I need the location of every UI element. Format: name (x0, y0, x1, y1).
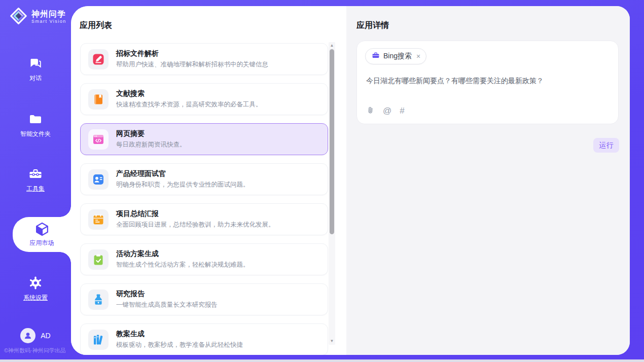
paperclip-icon (366, 106, 375, 117)
app-icon-badge (88, 289, 109, 310)
app-card[interactable]: 文献搜索 快速精准查找学术资源，提高研究效率的必备工具。 (80, 83, 328, 115)
cube-icon (34, 222, 50, 236)
bottom-edge-strip (0, 359, 644, 362)
app-detail-title: 应用详情 (356, 20, 389, 31)
app-icon-badge (88, 129, 109, 150)
sidebar-item-toolkit[interactable]: 工具集 (0, 167, 71, 193)
app-card[interactable]: 招标文件解析 帮助用户快速、准确地理解和解析招标书中的关键信息 (80, 43, 328, 75)
app-card[interactable]: 研究报告 一键智能生成高质量长文本研究报告 (80, 283, 328, 315)
app-card[interactable]: 网页摘要 每日政府新闻资讯快查。 (80, 123, 328, 155)
app-card[interactable]: 教案生成 模板驱动，教案秒成，教学准备从此轻松快捷 (80, 323, 328, 355)
avatar (20, 328, 35, 343)
books-icon (92, 334, 104, 346)
app-icon-badge (88, 89, 109, 110)
app-card[interactable]: 产品经理面试官 明确身份和职责，为您提供专业性的面试问题。 (80, 163, 328, 195)
book-icon (92, 93, 104, 105)
sidebar-item-market[interactable]: 应用市场 (13, 217, 71, 252)
hash-icon: # (400, 106, 404, 116)
chat-icon (28, 56, 43, 70)
user-name: AD (41, 332, 50, 340)
app-card[interactable]: 活动方案生成 智能生成个性化活动方案，轻松解决规划难题。 (80, 243, 328, 275)
app-list-title: 应用列表 (80, 20, 112, 31)
report-icon (92, 294, 104, 306)
prompt-card[interactable]: Bing搜索 × 今日湖北有哪些新闻要点？有哪些需要关注的最新政策？ @ # (356, 41, 619, 124)
app-icon-badge (88, 209, 109, 230)
clipboard-check-icon (92, 254, 104, 266)
list-scrollbar[interactable]: ▲ ▼ (329, 42, 335, 345)
pen-icon (92, 53, 104, 65)
sidebar-item-chat[interactable]: 对话 (0, 56, 71, 83)
app-icon-badge (88, 249, 109, 270)
run-button[interactable]: 运行 (593, 138, 619, 153)
tool-chip-label: Bing搜索 (383, 52, 412, 61)
sidebar-item-settings[interactable]: 系统设置 (0, 276, 71, 302)
scrollbar-thumb[interactable] (330, 49, 334, 234)
interview-icon (92, 173, 104, 186)
toolbar-icon[interactable] (366, 106, 375, 116)
app-card[interactable]: 项目总结汇报 全面回顾项目进展，总结经验教训，助力未来优化发展。 (80, 203, 328, 235)
tool-chip-bing[interactable]: Bing搜索 × (365, 48, 426, 64)
sidebar-nav: 对话 智能文件夹 工具集 应用市场 系统设置 (0, 0, 71, 362)
main-content: 应用列表 招标文件解析 帮助用户快速、准确地理解和解析招标书中的关键信息 (71, 6, 630, 355)
user-icon (23, 331, 33, 341)
folder-icon (28, 112, 43, 126)
input-toolbar: @ # (366, 106, 405, 116)
briefcase-icon (372, 51, 380, 61)
app-icon-badge (88, 49, 109, 69)
app-list-panel: 应用列表 招标文件解析 帮助用户快速、准确地理解和解析招标书中的关键信息 (71, 6, 346, 355)
copyright-text: ©神州数码·神州问学出品 (4, 347, 66, 354)
app-detail-panel: 应用详情 Bing搜索 × 今日湖北有哪些新闻要点？有哪些需要关注的最新政策？ … (346, 6, 630, 355)
at-icon: @ (383, 106, 391, 116)
sidebar: 神州问学 Smart Vision 对话 智能文件夹 工具集 应用市场 系统设置 (0, 0, 71, 362)
scroll-up-icon[interactable]: ▲ (329, 43, 335, 49)
calendar-icon (92, 213, 104, 226)
query-input[interactable]: 今日湖北有哪些新闻要点？有哪些需要关注的最新政策？ (366, 76, 610, 86)
app-icon-badge (88, 330, 109, 350)
toolbar-icon[interactable]: # (400, 106, 404, 116)
app-icon-badge (88, 169, 109, 190)
gear-icon (28, 276, 43, 290)
user-account[interactable]: AD (0, 328, 71, 343)
scroll-down-icon[interactable]: ▼ (329, 338, 335, 344)
toolbar-icon[interactable]: @ (383, 106, 391, 116)
chip-close-icon[interactable]: × (416, 52, 420, 60)
sidebar-item-folders[interactable]: 智能文件夹 (0, 112, 71, 138)
app-list: 招标文件解析 帮助用户快速、准确地理解和解析招标书中的关键信息 文献搜索 快速精… (80, 43, 328, 355)
browser-icon (92, 133, 104, 146)
toolbox-icon (28, 167, 43, 181)
